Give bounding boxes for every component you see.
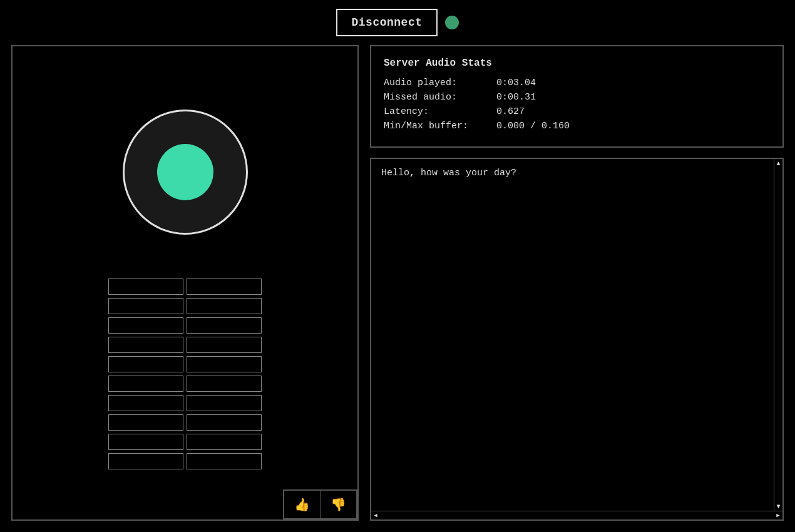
stats-box: Server Audio Stats Audio played: 0:03.04… xyxy=(370,45,784,148)
main-content: 👍 👎 Server Audio Stats Audio played: 0:0… xyxy=(0,45,795,532)
grid-cell[interactable] xyxy=(108,356,183,372)
grid-cell[interactable] xyxy=(187,434,262,450)
stats-label-latency: Latency: xyxy=(384,106,496,117)
grid-cell[interactable] xyxy=(187,337,262,353)
grid-cell[interactable] xyxy=(108,317,183,334)
grid-cell[interactable] xyxy=(187,279,262,295)
stats-value-missed-audio: 0:00.31 xyxy=(496,92,536,103)
scroll-up-arrow[interactable]: ▲ xyxy=(774,159,783,168)
mic-area xyxy=(123,65,248,279)
header: Disconnect xyxy=(0,0,795,45)
thumbs-up-button[interactable]: 👍 xyxy=(284,491,321,518)
inner-circle xyxy=(157,144,213,200)
stats-label-missed-audio: Missed audio: xyxy=(384,92,496,103)
stats-row-buffer: Min/Max buffer: 0.000 / 0.160 xyxy=(384,121,770,131)
left-panel: 👍 👎 xyxy=(11,45,359,521)
outer-circle xyxy=(123,110,248,235)
stats-title: Server Audio Stats xyxy=(384,58,770,69)
stats-label-buffer: Min/Max buffer: xyxy=(384,121,496,131)
grid-cell[interactable] xyxy=(108,414,183,431)
stats-row-latency: Latency: 0.627 xyxy=(384,106,770,117)
grid-cell[interactable] xyxy=(108,434,183,450)
scroll-right-arrow[interactable]: ▶ xyxy=(774,511,782,520)
right-panel: Server Audio Stats Audio played: 0:03.04… xyxy=(370,45,784,521)
v-scrollbar: ▲ ▼ xyxy=(774,159,782,511)
scroll-left-arrow[interactable]: ◀ xyxy=(371,511,380,520)
stats-row-audio-played: Audio played: 0:03.04 xyxy=(384,78,770,88)
disconnect-button[interactable]: Disconnect xyxy=(336,9,437,36)
thumbs-down-button[interactable]: 👎 xyxy=(321,491,356,518)
stats-label-audio-played: Audio played: xyxy=(384,78,496,88)
chat-message: Hello, how was your day? xyxy=(381,168,516,178)
grid-cell[interactable] xyxy=(187,356,262,372)
grid-cell[interactable] xyxy=(187,317,262,334)
bottom-scrollbar: ◀ ▶ xyxy=(371,511,782,519)
chat-text-area: Hello, how was your day? xyxy=(371,159,774,511)
stats-value-latency: 0.627 xyxy=(496,106,525,117)
grid-cell[interactable] xyxy=(187,453,262,469)
grid-cell[interactable] xyxy=(108,395,183,411)
connection-status-dot xyxy=(445,16,459,29)
grid-cell[interactable] xyxy=(187,395,262,411)
scroll-down-arrow[interactable]: ▼ xyxy=(774,502,783,511)
grid-cell[interactable] xyxy=(187,298,262,314)
h-scroll-track xyxy=(380,511,774,519)
grid-cell[interactable] xyxy=(108,279,183,295)
grid-cell[interactable] xyxy=(108,453,183,469)
chat-inner: Hello, how was your day? ▲ ▼ xyxy=(371,159,782,511)
grid-cell[interactable] xyxy=(187,414,262,431)
stats-value-buffer: 0.000 / 0.160 xyxy=(496,121,570,131)
grid-cell[interactable] xyxy=(108,298,183,314)
chat-wrapper: Hello, how was your day? ▲ ▼ ◀ ▶ xyxy=(370,158,784,521)
button-grid xyxy=(108,279,262,469)
feedback-area: 👍 👎 xyxy=(283,489,357,519)
stats-row-missed-audio: Missed audio: 0:00.31 xyxy=(384,92,770,103)
grid-cell[interactable] xyxy=(108,376,183,392)
grid-cell[interactable] xyxy=(108,337,183,353)
v-scroll-track xyxy=(774,168,782,502)
stats-value-audio-played: 0:03.04 xyxy=(496,78,536,88)
grid-cell[interactable] xyxy=(187,376,262,392)
